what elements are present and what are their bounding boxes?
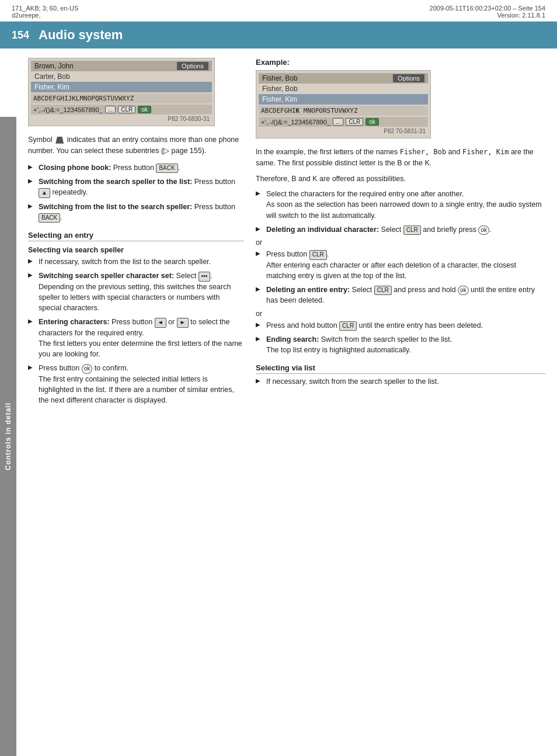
screen2-code: P82 70-5831-31 — [259, 127, 428, 136]
screen-btn-ok[interactable]: ok — [138, 106, 151, 113]
bullet-label-list-search: Switching from the list to the search sp… — [39, 203, 192, 211]
screen-body-1: Carter, Bob Fisher, Kim ABCDEFGHIJKLMNOP… — [31, 71, 212, 123]
btn-up-arrow[interactable]: ▲ — [39, 188, 50, 198]
bullet-arrow: ▶ — [28, 257, 36, 267]
bullet-press-hold: ▶ Press and hold button CLR until the en… — [256, 320, 545, 331]
meta-left: 171_AKB; 3; 60, en-USd2ureepe, — [12, 5, 78, 19]
screen2-controls: +',.-/()&:=_1234567890_ ... CLR ok — [259, 117, 428, 127]
label-deleting-individual: Deleting an individual character: — [266, 226, 379, 234]
label-ending-search: Ending search: — [266, 335, 319, 344]
btn-clr-del-ind[interactable]: CLR — [403, 226, 421, 235]
bullet-arrow: ▶ — [28, 163, 36, 174]
bullet-switch-list-speller: ▶ If necessary, switch from the list to … — [28, 256, 244, 267]
screen-header-2: Fisher, Bob Options — [259, 73, 428, 84]
btn-ok-entire[interactable]: ok — [458, 286, 469, 296]
bullet-arrow: ▶ — [256, 335, 264, 355]
bullet-label-speller-list: Switching from the search speller to the… — [39, 178, 192, 186]
screen2-btn-dots[interactable]: ... — [333, 118, 343, 126]
screen-row-fisher: Fisher, Kim — [31, 82, 212, 92]
screen-mockup-1: Brown, John Options Carter, Bob Fisher, … — [28, 58, 215, 126]
bullet-arrow: ▶ — [256, 189, 264, 220]
bullet-press-clr: ▶ Press button CLR. After entering each … — [256, 249, 545, 281]
bullet-arrow: ▶ — [256, 377, 264, 387]
example-mono2: Fisher, Kim — [462, 148, 509, 156]
btn-right-arrow[interactable]: ► — [177, 318, 189, 328]
btn-clr-entire[interactable]: CLR — [374, 286, 392, 296]
bullets-speller: ▶ If necessary, switch from the list to … — [28, 256, 244, 405]
bullets-left: ▶ Closing phone book: Press button BACK.… — [28, 162, 244, 223]
or-2: or — [256, 310, 545, 318]
sidebar-label-text: Controls in detail — [4, 403, 12, 470]
bullet-switching-charset: ▶ Switching search speller character set… — [28, 271, 244, 313]
screen2-row1: Fisher, Bob — [262, 74, 298, 82]
content-area: Brown, John Options Carter, Bob Fisher, … — [16, 48, 557, 418]
left-column: Brown, John Options Carter, Bob Fisher, … — [28, 58, 244, 409]
bullet-arrow: ▶ — [28, 317, 36, 359]
screen2-btn-clr[interactable]: CLR — [346, 118, 363, 126]
bullet-select-chars: ▶ Select the characters for the required… — [256, 189, 545, 220]
bullet-label-closing: Closing phone book: — [39, 164, 111, 172]
label-deleting-entire: Deleting an entire entry: — [266, 286, 350, 294]
bullets-or1: ▶ Press button CLR. After entering each … — [256, 249, 545, 306]
right-column: Example: Fisher, Bob Options Fisher, Bob… — [256, 58, 545, 409]
bullet-deleting-entire: ▶ Deleting an entire entry: Select CLR a… — [256, 285, 545, 306]
bullet-arrow: ▶ — [256, 285, 264, 306]
bullet-arrow: ▶ — [256, 321, 264, 331]
screen-chars-1: ABCDEFGHIJKLMNOPQRSTUVWXYZ — [31, 93, 212, 103]
bullet-arrow: ▶ — [28, 363, 36, 405]
section-via-list: Selecting via list — [256, 363, 545, 374]
screen2-row2: Fisher, Bob — [259, 84, 428, 94]
btn-clr-hold[interactable]: CLR — [339, 321, 357, 331]
screen-options-btn-1[interactable]: Options — [177, 62, 208, 70]
meta-right: 2009-05-11T16:00:23+02:00 – Seite 154Ver… — [430, 5, 545, 19]
btn-back-1[interactable]: BACK — [156, 164, 177, 174]
page-title: Audio system — [39, 27, 123, 43]
subsection-via-speller: Selecting via search speller — [28, 246, 244, 254]
page-number: 154 — [12, 29, 29, 41]
btn-dots-charset[interactable]: ••• — [199, 272, 211, 282]
bullet-via-list: ▶ If necessary, switch from the search s… — [256, 376, 545, 387]
section-selecting: Selecting an entry — [28, 231, 244, 241]
bullet-arrow: ▶ — [28, 271, 36, 313]
bullet-label-entering: Entering characters: — [39, 318, 110, 326]
screen-controls-1: +',.-/()&:=_1234567890_ ... CLR ok — [31, 105, 212, 115]
btn-ok-circle[interactable]: ok — [82, 364, 93, 374]
btn-ok-del-ind[interactable]: ok — [478, 226, 489, 235]
example-bc: Therefore, B and K are offered as possib… — [256, 174, 545, 185]
symbol-note: Symbol indicates that an entry contains … — [28, 134, 244, 157]
bullet-switching-speller-list: ▶ Switching from the search speller to t… — [28, 176, 244, 198]
screen-btn-dots[interactable]: ... — [105, 106, 116, 113]
bullet-closing-phone-book: ▶ Closing phone book: Press button BACK. — [28, 162, 244, 174]
btn-left-arrow[interactable]: ◄ — [155, 318, 166, 328]
bullet-deleting-individual: ▶ Deleting an individual character: Sele… — [256, 224, 545, 235]
bullets-right: ▶ Select the characters for the required… — [256, 189, 545, 235]
sidebar-label: Controls in detail — [0, 117, 16, 756]
bullet-switching-list-search: ▶ Switching from the list to the search … — [28, 202, 244, 223]
screen-btn-clr[interactable]: CLR — [118, 106, 135, 113]
bullet-entering-chars: ▶ Entering characters: Press button ◄ or… — [28, 317, 244, 359]
screen-options-btn-2[interactable]: Options — [393, 74, 424, 82]
or-1: or — [256, 238, 545, 247]
screen-body-2: Fisher, Bob Fisher, Kim ABCDEFGHIK MNOPO… — [259, 84, 428, 136]
screen-row1-label: Brown, John — [34, 62, 74, 70]
screen-header-1: Brown, John Options — [31, 61, 212, 71]
bullet-ending-search: ▶ Ending search: Switch from the search … — [256, 334, 545, 355]
bullet-arrow: ▶ — [256, 225, 264, 235]
btn-clr-press[interactable]: CLR — [309, 250, 327, 260]
bullet-arrow: ▶ — [256, 249, 264, 281]
screen2-btn-ok[interactable]: ok — [365, 118, 379, 126]
bullet-arrow: ▶ — [28, 202, 36, 223]
meta-bar: 171_AKB; 3; 60, en-USd2ureepe, 2009-05-1… — [0, 0, 557, 22]
example-explanation: In the example, the first letters of the… — [256, 147, 545, 169]
btn-back-2[interactable]: BACK — [39, 213, 60, 223]
bullet-arrow: ▶ — [28, 177, 36, 198]
bullet-press-ok: ▶ Press button ok to confirm. The first … — [28, 363, 244, 405]
screen-code-1: P82 70-6830-31 — [31, 115, 212, 123]
bullets-or2: ▶ Press and hold button CLR until the en… — [256, 320, 545, 356]
bullet-label-charset: Switching search speller character set: — [39, 272, 174, 280]
example-label: Example: — [256, 58, 545, 67]
screen-row-carter: Carter, Bob — [31, 71, 212, 82]
example-mono1: Fisher, Bob — [400, 148, 446, 156]
screen-mockup-2: Fisher, Bob Options Fisher, Bob Fisher, … — [256, 70, 431, 138]
page-header: 154 Audio system — [0, 22, 557, 48]
